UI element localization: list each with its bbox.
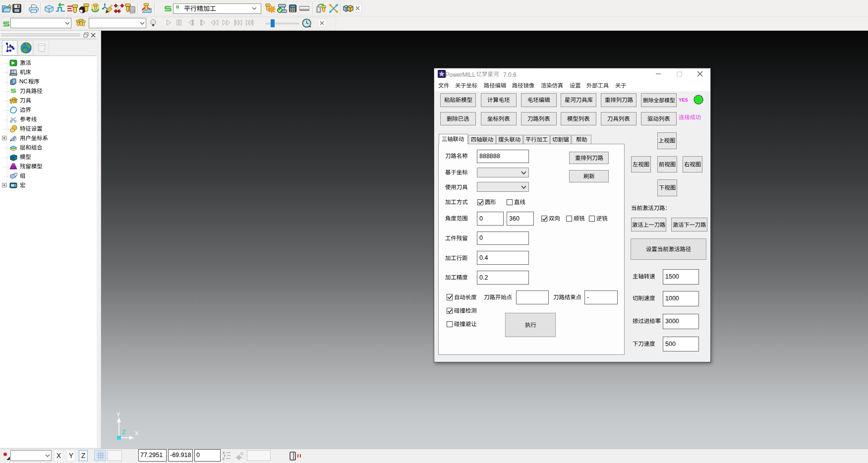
- svg-text:Z: Z: [223, 457, 225, 461]
- svg-text:Z: Z: [122, 429, 125, 436]
- svg-text:Y: Y: [116, 411, 120, 417]
- svg-text:X: X: [135, 430, 139, 436]
